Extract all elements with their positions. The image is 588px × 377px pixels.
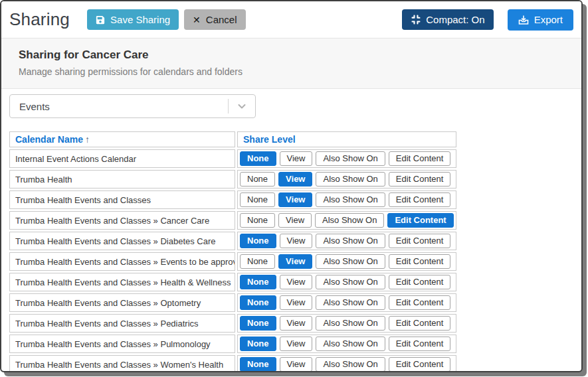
page-title: Sharing — [9, 9, 70, 30]
share-option-view[interactable]: View — [280, 275, 313, 289]
calendar-name-cell: Trumba Health Events and Classes » Diabe… — [9, 232, 235, 250]
column-header-calendar-name[interactable]: Calendar Name↑ — [9, 131, 235, 147]
share-options: NoneViewAlso Show OnEdit Content — [240, 316, 454, 331]
share-option-edit-content[interactable]: Edit Content — [389, 275, 451, 289]
calendar-type-selected-value: Events — [19, 101, 50, 112]
share-option-edit-content[interactable]: Edit Content — [389, 316, 451, 331]
share-option-also-show-on[interactable]: Also Show On — [316, 234, 385, 248]
save-button-label: Save Sharing — [110, 15, 170, 25]
column-header-share-level: Share Level — [237, 131, 456, 147]
compact-button-label: Compact: On — [426, 15, 484, 25]
share-option-also-show-on[interactable]: Also Show On — [316, 151, 385, 166]
calendar-name-cell: Trumba Health Events and Classes » Event… — [9, 252, 235, 271]
calendar-name-cell: Trumba Health Events and Classes » Healt… — [9, 273, 235, 291]
share-option-none[interactable]: None — [240, 275, 276, 289]
share-option-view[interactable]: View — [278, 254, 312, 269]
share-options: NoneViewAlso Show OnEdit Content — [240, 275, 454, 289]
share-options: NoneViewAlso Show OnEdit Content — [240, 172, 454, 187]
share-option-edit-content[interactable]: Edit Content — [389, 192, 451, 207]
share-option-edit-content[interactable]: Edit Content — [389, 234, 451, 248]
compact-toggle-button[interactable]: Compact: On — [402, 9, 493, 30]
table-row: Trumba Health Events and Classes » Pulmo… — [9, 335, 456, 353]
share-option-also-show-on[interactable]: Also Show On — [316, 316, 385, 331]
share-option-none[interactable]: None — [240, 337, 276, 351]
share-options: NoneViewAlso Show OnEdit Content — [240, 337, 454, 351]
share-table-body: Internal Event Actions Calendar NoneView… — [9, 149, 456, 372]
share-option-none[interactable]: None — [240, 254, 275, 269]
share-option-view[interactable]: View — [278, 213, 312, 228]
cancel-button[interactable]: ✕ Cancel — [184, 9, 245, 30]
table-row: Trumba Health Events and Classes » Pedia… — [9, 314, 456, 333]
share-option-also-show-on[interactable]: Also Show On — [315, 213, 384, 228]
table-row: Trumba Health Events and Classes » Healt… — [9, 273, 456, 291]
table-row: Trumba Health Events and Classes NoneVie… — [9, 190, 456, 209]
share-level-header-label: Share Level — [243, 134, 296, 145]
toolbar-right-group: Compact: On Export — [402, 9, 573, 31]
export-button[interactable]: Export — [508, 9, 573, 31]
share-option-edit-content[interactable]: Edit Content — [389, 151, 451, 166]
share-option-edit-content[interactable]: Edit Content — [389, 172, 451, 187]
share-options: NoneViewAlso Show OnEdit Content — [240, 213, 454, 228]
export-button-label: Export — [534, 15, 563, 25]
share-option-also-show-on[interactable]: Also Show On — [316, 254, 385, 269]
calendar-type-select[interactable]: Events — [9, 94, 256, 118]
share-options: NoneViewAlso Show OnEdit Content — [240, 151, 454, 166]
share-option-edit-content[interactable]: Edit Content — [389, 295, 451, 310]
share-options: NoneViewAlso Show OnEdit Content — [240, 234, 454, 248]
calendar-name-cell: Internal Event Actions Calendar — [9, 149, 235, 168]
share-options: NoneViewAlso Show OnEdit Content — [240, 357, 454, 372]
save-icon — [96, 15, 105, 25]
calendar-name-cell: Trumba Health Events and Classes » Pulmo… — [9, 335, 235, 353]
main-content: Events Calendar Name↑ Share Level Int — [1, 89, 581, 372]
sharing-table: Calendar Name↑ Share Level Internal Even… — [7, 129, 458, 372]
share-option-view[interactable]: View — [280, 295, 313, 310]
share-option-also-show-on[interactable]: Also Show On — [316, 337, 385, 351]
save-sharing-button[interactable]: Save Sharing — [87, 9, 179, 30]
share-option-none[interactable]: None — [240, 151, 276, 166]
share-option-none[interactable]: None — [240, 213, 275, 228]
table-row: Trumba Health NoneViewAlso Show OnEdit C… — [9, 170, 456, 188]
share-option-none[interactable]: None — [240, 295, 276, 310]
share-option-edit-content[interactable]: Edit Content — [389, 357, 451, 372]
share-option-view[interactable]: View — [280, 337, 313, 351]
share-option-view[interactable]: View — [280, 151, 313, 166]
share-options: NoneViewAlso Show OnEdit Content — [240, 192, 454, 207]
share-option-view[interactable]: View — [280, 234, 313, 248]
share-option-also-show-on[interactable]: Also Show On — [316, 172, 385, 187]
table-row: Trumba Health Events and Classes » Cance… — [9, 211, 456, 230]
calendar-name-cell: Trumba Health Events and Classes » Women… — [9, 355, 235, 372]
share-option-none[interactable]: None — [240, 172, 275, 187]
calendar-name-cell: Trumba Health Events and Classes » Pedia… — [9, 314, 235, 333]
share-option-also-show-on[interactable]: Also Show On — [316, 295, 385, 310]
export-icon — [518, 15, 529, 25]
calendar-name-header-label: Calendar Name — [15, 134, 83, 145]
table-row: Trumba Health Events and Classes » Event… — [9, 252, 456, 271]
table-row: Trumba Health Events and Classes » Diabe… — [9, 232, 456, 250]
share-option-none[interactable]: None — [240, 357, 276, 372]
close-icon: ✕ — [193, 15, 201, 25]
share-option-edit-content[interactable]: Edit Content — [389, 254, 451, 269]
compress-icon — [411, 15, 421, 25]
calendar-name-cell: Trumba Health Events and Classes » Optom… — [9, 293, 235, 312]
share-option-edit-content[interactable]: Edit Content — [389, 337, 451, 351]
table-row: Trumba Health Events and Classes » Optom… — [9, 293, 456, 312]
share-options: NoneViewAlso Show OnEdit Content — [240, 254, 454, 269]
section-header: Sharing for Cancer Care Manage sharing p… — [1, 38, 581, 89]
section-subtitle: Manage sharing permissions for calendars… — [19, 66, 564, 77]
share-option-also-show-on[interactable]: Also Show On — [316, 192, 385, 207]
share-option-none[interactable]: None — [240, 316, 276, 331]
table-row: Trumba Health Events and Classes » Women… — [9, 355, 456, 372]
share-options: NoneViewAlso Show OnEdit Content — [240, 295, 454, 310]
share-option-edit-content[interactable]: Edit Content — [387, 213, 453, 228]
share-option-none[interactable]: None — [240, 192, 275, 207]
share-option-also-show-on[interactable]: Also Show On — [316, 275, 385, 289]
share-option-view[interactable]: View — [278, 172, 312, 187]
toolbar: Sharing Save Sharing ✕ Cancel Compact: O… — [1, 1, 581, 38]
share-option-view[interactable]: View — [280, 316, 313, 331]
share-option-none[interactable]: None — [240, 234, 276, 248]
share-option-also-show-on[interactable]: Also Show On — [316, 357, 385, 372]
app-window: Sharing Save Sharing ✕ Cancel Compact: O… — [0, 0, 583, 372]
calendar-name-cell: Trumba Health Events and Classes » Cance… — [9, 211, 235, 230]
share-option-view[interactable]: View — [278, 192, 312, 207]
share-option-view[interactable]: View — [280, 357, 313, 372]
